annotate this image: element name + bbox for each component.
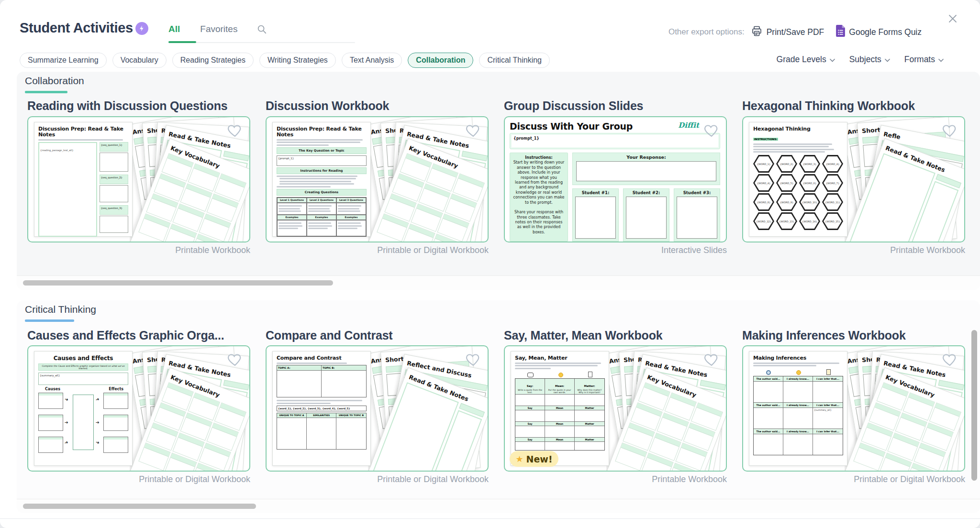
chip-collaboration[interactable]: Collaboration	[408, 53, 473, 68]
activity-card[interactable]: AnsweShort ARefleRead & Take NotesKey Vo…	[27, 116, 250, 242]
formats-dropdown[interactable]: Formats	[904, 55, 944, 65]
horizontal-scrollbar-thumb[interactable]	[23, 504, 256, 509]
chevron-down-icon	[885, 55, 890, 65]
cards-icon	[826, 369, 831, 375]
worksheet-front-page: Making Inferences The author said...I al…	[749, 351, 847, 466]
favorite-heart-icon[interactable]	[227, 352, 243, 369]
google-forms-quiz-label: Google Forms Quiz	[849, 27, 922, 37]
grade-levels-dropdown[interactable]: Grade Levels	[777, 55, 835, 65]
chevron-down-icon	[830, 55, 835, 65]
favorite-heart-icon[interactable]	[942, 122, 958, 140]
format-caption: Interactive Slides	[504, 245, 727, 255]
chip-reading-strategies[interactable]: Reading Strategies	[172, 53, 254, 68]
card-thumbnail: AnsweShort ARefleRead & Take Notes Hexag…	[743, 117, 964, 242]
filter-dropdowns: Grade Levels Subjects Formats	[777, 55, 944, 65]
printer-icon	[751, 25, 763, 39]
diffit-logo: Diffit	[678, 121, 699, 130]
bottom-divider	[0, 518, 980, 519]
slide-preview: Discuss With Your Group Diffit {prompt_1…	[510, 121, 720, 237]
activity-card[interactable]: AnsweShort ARefleRead & Take NotesKey Vo…	[504, 345, 727, 472]
card-title: Hexagonal Thinking Workbook	[742, 99, 915, 113]
magnifier-icon	[766, 370, 771, 375]
activity-card[interactable]: AnsweShort ARefleRead & Take NotesKey Vo…	[266, 116, 489, 242]
section-collaboration: Collaboration Reading with Discussion Qu…	[17, 72, 980, 290]
card-title: Making Inferences Workbook	[742, 329, 906, 342]
card-thumbnail: AnsweShort ARefleRead & Take NotesKey Vo…	[267, 117, 488, 242]
chip-summarize-learning[interactable]: Summarize Learning	[20, 53, 107, 68]
card-title: Discussion Workbook	[266, 99, 389, 113]
page-title: Student Activities	[20, 20, 133, 36]
card-thumbnail: AnsweShortReflect and DiscussRead & Take…	[267, 346, 488, 471]
lightning-bolt-icon	[135, 22, 148, 35]
filter-chips: Summarize Learning Vocabulary Reading St…	[20, 53, 550, 68]
tab-favorites[interactable]: Favorites	[200, 24, 237, 34]
worksheet-front-page: Discussion Prep: Read & Take Notes {read…	[34, 122, 133, 237]
chip-vocabulary[interactable]: Vocabulary	[112, 53, 167, 68]
speech-bubble-icon	[527, 373, 534, 377]
activity-card[interactable]: AnsweShort ARefleRead & Take Notes Hexag…	[742, 116, 965, 242]
activity-card[interactable]: AnsweShort ARefleRead & Take NotesKey Vo…	[27, 345, 250, 472]
card-title: Compare and Contrast	[266, 329, 392, 342]
card-title: Group Discussion Slides	[504, 99, 643, 113]
subjects-dropdown[interactable]: Subjects	[849, 55, 890, 65]
document-icon	[588, 372, 592, 377]
activity-card[interactable]: AnsweShort ARefleRead & Take NotesKey Vo…	[742, 345, 965, 472]
section-accent-underline	[25, 91, 67, 93]
card-thumbnail: Discuss With Your Group Diffit {prompt_1…	[505, 117, 726, 242]
worksheet-front-page: Compare and Contrast TOPIC A: TOPIC B: {…	[272, 351, 371, 466]
tabs: All Favorites	[168, 24, 267, 34]
search-icon[interactable]	[256, 24, 267, 34]
activity-card[interactable]: Discuss With Your Group Diffit {prompt_1…	[504, 116, 727, 242]
format-caption: Printable Workbook	[742, 245, 965, 255]
close-icon[interactable]	[946, 11, 960, 26]
section-critical-thinking: Critical Thinking Causes and Effects Gra…	[17, 300, 980, 513]
activity-card[interactable]: AnsweShortReflect and DiscussRead & Take…	[266, 345, 489, 472]
card-title: Say, Matter, Mean Workbook	[504, 329, 662, 342]
format-caption: Printable or Digital Workbook	[742, 474, 965, 484]
format-caption: Printable or Digital Workbook	[266, 245, 489, 255]
card-thumbnail: AnsweShort ARefleRead & Take NotesKey Vo…	[28, 117, 249, 242]
print-save-pdf-label: Print/Save PDF	[767, 27, 824, 37]
vertical-scrollbar-thumb[interactable]	[971, 330, 977, 481]
horizontal-scrollbar-track[interactable]	[17, 499, 980, 513]
tab-track	[168, 42, 355, 43]
section-label: Collaboration	[25, 75, 84, 87]
student-activities-panel: Student Activities All Favorites Other e…	[0, 0, 980, 528]
section-accent-underline	[25, 319, 74, 322]
favorite-heart-icon[interactable]	[465, 122, 481, 140]
favorite-heart-icon[interactable]	[703, 122, 720, 140]
favorite-heart-icon[interactable]	[465, 352, 481, 369]
new-badge: ★ New!	[510, 451, 558, 467]
card-title: Causes and Effects Graphic Orga...	[27, 329, 224, 342]
horizontal-scrollbar-thumb[interactable]	[23, 280, 333, 286]
export-options-label: Other export options:	[668, 27, 745, 37]
format-caption: Printable Workbook	[504, 474, 727, 484]
horizontal-scrollbar-track[interactable]	[17, 275, 980, 290]
worksheet-front-page: Hexagonal Thinking INSTRUCTIONS: {WORD_1…	[749, 122, 847, 237]
worksheet-front-page: Causes and Effects Complete the Cause an…	[34, 351, 133, 466]
card-thumbnail: AnsweShort ARefleRead & Take NotesKey Vo…	[28, 346, 249, 471]
print-save-pdf-button[interactable]: Print/Save PDF	[751, 25, 824, 39]
chip-critical-thinking[interactable]: Critical Thinking	[479, 53, 550, 68]
tab-all[interactable]: All	[168, 24, 180, 34]
chip-text-analysis[interactable]: Text Analysis	[342, 53, 402, 68]
star-icon: ★	[515, 455, 523, 463]
google-forms-icon	[836, 25, 845, 39]
chip-writing-strategies[interactable]: Writing Strategies	[259, 53, 336, 68]
favorite-heart-icon[interactable]	[227, 122, 243, 140]
lightbulb-icon	[558, 373, 563, 377]
format-caption: Printable or Digital Workbook	[266, 474, 489, 484]
chevron-down-icon	[938, 55, 944, 65]
export-options: Other export options: Print/Save PDF Goo…	[668, 25, 922, 39]
card-title: Reading with Discussion Questions	[27, 99, 227, 113]
worksheet-front-page: Say, Mean, Matter Say:Write a quote from…	[511, 351, 609, 466]
section-label: Critical Thinking	[25, 304, 96, 315]
favorite-heart-icon[interactable]	[703, 352, 720, 369]
active-tab-underline	[168, 41, 196, 43]
favorite-heart-icon[interactable]	[942, 352, 958, 369]
card-thumbnail: AnsweShort ARefleRead & Take NotesKey Vo…	[505, 346, 726, 471]
format-caption: Printable or Digital Workbook	[27, 474, 250, 484]
format-caption: Printable Workbook	[27, 245, 250, 255]
lightbulb-icon	[796, 370, 801, 375]
google-forms-quiz-button[interactable]: Google Forms Quiz	[836, 25, 922, 39]
